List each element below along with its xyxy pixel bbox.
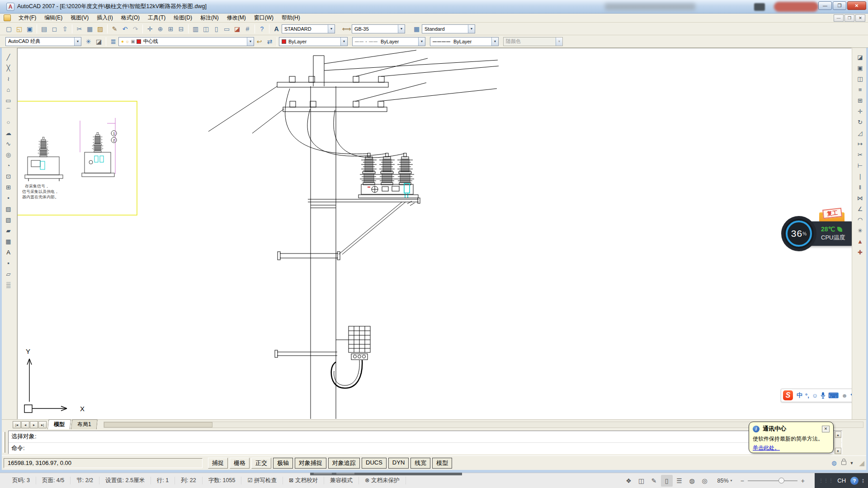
zoom-window-button[interactable]: ⊞ (165, 23, 176, 34)
polyline-tool[interactable]: ≀ (3, 73, 14, 84)
scroll-up-icon[interactable]: ▲ (835, 432, 841, 438)
layer-previous-icon[interactable]: ⇄ (264, 36, 275, 47)
pan-button[interactable]: ✛ (145, 23, 155, 34)
help-button[interactable]: ? (257, 23, 267, 34)
layer-combo[interactable]: ● ☼ ▣ 中心线 ▼ (118, 37, 254, 46)
scrollbar-thumb[interactable] (104, 422, 212, 427)
menu-window[interactable]: 窗口(W) (250, 13, 278, 23)
extra-tool-1[interactable]: ▱ (3, 268, 14, 279)
linetype-combo[interactable]: —— - —— ByLayer ▼ (352, 37, 425, 46)
wps-page[interactable]: 页面: 4/5 (36, 477, 71, 484)
menu-help[interactable]: 帮助(H) (278, 13, 304, 23)
chevron-down-icon[interactable]: ▼ (418, 38, 425, 46)
chevron-down-icon[interactable]: ▼ (468, 25, 475, 33)
wps-fullscreen-icon[interactable]: ❖ (623, 475, 635, 487)
zoom-previous-button[interactable]: ⊟ (176, 23, 186, 34)
properties-button[interactable]: ▥ (190, 23, 201, 34)
designcenter-button[interactable]: ◫ (201, 23, 211, 34)
copy-button[interactable]: ▦ (85, 23, 95, 34)
chevron-down-icon[interactable]: ▼ (398, 25, 405, 33)
insert-block-tool[interactable]: ⊡ (3, 171, 14, 182)
paste-button[interactable]: ▨ (95, 23, 105, 34)
toggle-lineweight[interactable]: 线宽 (410, 458, 430, 469)
quickcalc-button[interactable]: # (242, 23, 253, 34)
wps-web-icon[interactable]: ◍ (686, 475, 698, 487)
arc-tool[interactable]: ⌒ (3, 106, 14, 117)
layer-lock-icon[interactable]: ▣ (131, 39, 135, 44)
color-combo[interactable]: ByLayer ▼ (279, 37, 348, 46)
zoom-out-button[interactable]: − (741, 477, 744, 484)
mtext-tool[interactable]: A (3, 247, 14, 258)
wps-compat-mode[interactable]: 兼容模式 (324, 477, 359, 484)
workspace-settings-button[interactable]: ✳ (83, 36, 94, 47)
erase-tool[interactable]: ◪ (855, 52, 866, 62)
menu-draw[interactable]: 绘图(D) (170, 13, 196, 23)
line-tool[interactable]: ╱ (3, 52, 14, 62)
sheetset-button[interactable]: ▭ (222, 23, 232, 34)
toggle-dyn[interactable]: DYN (388, 458, 409, 469)
chevron-down-icon[interactable]: ▼ (491, 38, 498, 46)
toggle-polar[interactable]: 极轴 (273, 458, 293, 469)
zoom-caret-icon[interactable]: ▾ (731, 479, 732, 483)
layer-manager-icon[interactable]: ≣ (108, 36, 118, 47)
tab-prev-button[interactable]: ◂ (21, 421, 29, 428)
menu-modify[interactable]: 修改(M) (223, 13, 250, 23)
menu-dimension[interactable]: 标注(N) (196, 13, 223, 23)
balloon-close-button[interactable]: ✕ (822, 426, 830, 432)
array-tool[interactable]: ⊞ (855, 95, 866, 106)
workspace-save-button[interactable]: ◪ (94, 36, 104, 47)
spin-arrows-icon[interactable]: ▴▾ (862, 478, 864, 483)
zoom-in-button[interactable]: + (801, 477, 805, 484)
menu-edit[interactable]: 编辑(E) (40, 13, 66, 23)
tool-palettes-button[interactable]: ▯ (211, 23, 222, 34)
plot-button[interactable]: ▤ (39, 23, 49, 34)
construction-line-tool[interactable]: ╳ (3, 62, 14, 73)
explode-tool[interactable]: ✳ (855, 225, 866, 236)
ime-mode-chinese[interactable]: 中 (797, 391, 802, 399)
join-tool[interactable]: ⋈ (855, 192, 866, 203)
chevron-down-icon[interactable]: ▼ (74, 38, 81, 46)
break-point-tool[interactable]: ∣ (855, 171, 866, 182)
stretch-tool[interactable]: ↦ (855, 138, 866, 149)
close-button[interactable]: ✕ (847, 1, 866, 10)
wps-twopage-icon[interactable]: ◫ (636, 475, 647, 487)
ime-language[interactable]: CH (837, 477, 846, 484)
menu-file[interactable]: 文件(F) (14, 13, 40, 23)
menu-insert[interactable]: 插入(I) (93, 13, 117, 23)
tab-model[interactable]: 模型 (47, 419, 71, 429)
mirror-tool[interactable]: ◫ (855, 73, 866, 84)
child-restore-button[interactable]: ❐ (844, 14, 854, 22)
revision-cloud-tool[interactable]: ☁ (3, 127, 14, 138)
scale-tool[interactable]: ◿ (855, 127, 866, 138)
wps-setting[interactable]: 设置值: 2.5厘米 (99, 477, 151, 484)
help-circle-icon[interactable]: ? (850, 477, 859, 485)
ime-keyboard-icon[interactable]: ⌨ (828, 391, 839, 400)
redo-button[interactable]: ↷ (130, 23, 141, 34)
tab-last-button[interactable]: ▸| (38, 421, 47, 428)
ime-emoji-icon[interactable]: ☺ (812, 392, 818, 399)
wps-line[interactable]: 行: 1 (151, 477, 175, 484)
extra-mod-2[interactable]: ✚ (855, 247, 866, 258)
toggle-osnap[interactable]: 对象捕捉 (295, 458, 326, 469)
offset-tool[interactable]: ≡ (855, 84, 866, 95)
region-tool[interactable]: ▰ (3, 225, 14, 236)
child-minimize-button[interactable]: — (834, 14, 844, 22)
tab-first-button[interactable]: |◂ (13, 421, 21, 428)
blurred-tray-icon[interactable] (754, 3, 765, 11)
restore-button[interactable]: ❐ (833, 1, 846, 10)
text-style-combo[interactable]: STANDARD▼ (282, 24, 335, 33)
drawing-canvas[interactable]: 1 2 存采集信号， 信号采集以及供电， 器内置在壳体内部。 (17, 48, 852, 419)
trim-tool[interactable]: ✂ (855, 149, 866, 160)
polygon-tool[interactable]: ⌂ (3, 84, 14, 95)
blurred-pill-button[interactable] (774, 2, 818, 12)
dim-style-icon[interactable]: ⟺ (341, 23, 352, 34)
draworder-tool[interactable]: ▪ (3, 258, 14, 268)
ellipse-tool[interactable]: ◎ (3, 149, 14, 160)
chevron-down-icon[interactable]: ▼ (247, 38, 254, 46)
zoom-realtime-button[interactable]: ⊕ (155, 23, 165, 34)
child-close-button[interactable]: ✕ (855, 14, 865, 22)
move-tool[interactable]: ✛ (855, 106, 866, 117)
wps-column[interactable]: 列: 22 (175, 477, 202, 484)
minimize-button[interactable]: — (818, 1, 832, 10)
ellipse-arc-tool[interactable]: ◔ (3, 160, 14, 171)
